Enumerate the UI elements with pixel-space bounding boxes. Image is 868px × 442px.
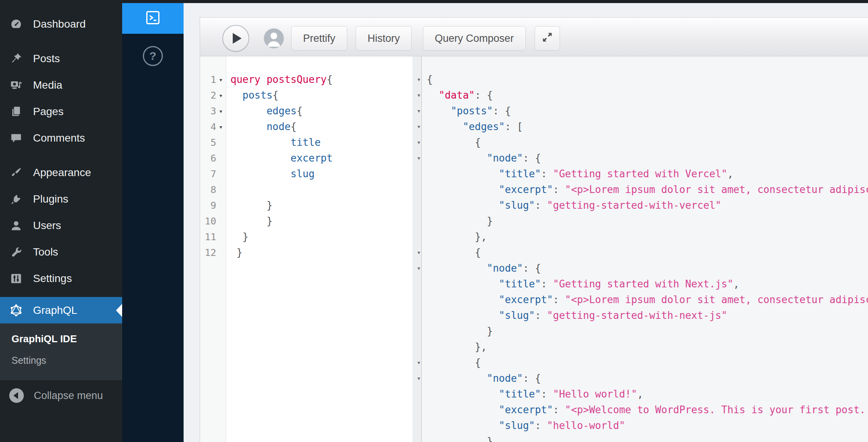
sidebar-item-tools[interactable]: Tools [0, 239, 122, 265]
result-fold-spacer [412, 386, 421, 402]
graphiql-activity-bar: ? [122, 0, 184, 442]
sidebar-item-graphql[interactable]: GraphQL [0, 297, 122, 323]
result-fold-spacer [412, 276, 421, 292]
query-code-line: } [230, 229, 412, 245]
sidebar-item-label: Appearance [33, 167, 91, 179]
prettify-button[interactable]: Prettify [291, 26, 347, 51]
avatar[interactable] [264, 28, 284, 48]
sidebar-item-posts[interactable]: Posts [0, 45, 122, 72]
history-button[interactable]: History [356, 26, 412, 51]
sidebar-item-label: Pages [33, 106, 63, 118]
submenu-item-label: Settings [12, 355, 46, 366]
submenu-item-graphql-settings[interactable]: Settings [0, 350, 122, 371]
result-json-line: } [427, 434, 868, 442]
fold-toggle-icon[interactable]: ▾ [216, 77, 225, 83]
graphql-submenu: GraphiQL IDE Settings [0, 323, 122, 380]
result-fold-spacer [412, 402, 421, 418]
query-editor[interactable]: query postsQuery{ posts{ edges{ node{ ti… [226, 56, 412, 442]
line-number: 8 [200, 182, 216, 198]
sidebar-item-label: Users [33, 219, 61, 232]
result-fold-toggle-icon[interactable]: ▾ [412, 150, 421, 166]
query-code-line: excerpt [230, 150, 412, 166]
gutter-row: 7 [200, 166, 226, 182]
sidebar-item-label: Media [33, 79, 62, 91]
result-json-line: "excerpt": "<p>Welcome to WordPress. Thi… [427, 402, 868, 418]
result-json-line: "excerpt": "<p>Lorem ipsum dolor sit ame… [427, 182, 868, 198]
result-json-line: "title": "Getting started with Vercel", [427, 166, 868, 182]
submenu-item-graphiql-ide[interactable]: GraphiQL IDE [0, 328, 122, 350]
gutter-row: 6 [200, 150, 226, 166]
gutter-row: 10 [200, 213, 226, 229]
result-fold-toggle-icon[interactable]: ▾ [412, 355, 421, 371]
sidebar-item-plugins[interactable]: Plugins [0, 186, 122, 212]
graphiql-panes: 1▾2▾3▾4▾56789101112 query postsQuery{ po… [200, 56, 868, 442]
query-code-line: node{ [230, 119, 412, 135]
result-fold-spacer [412, 182, 421, 198]
sidebar-item-media[interactable]: Media [0, 72, 122, 98]
sidebar-item-settings[interactable]: Settings [0, 265, 122, 292]
help-icon: ? [143, 46, 163, 66]
gutter-row: 1▾ [200, 72, 226, 87]
wrench-icon [9, 245, 23, 259]
result-fold-toggle-icon[interactable]: ▾ [412, 103, 421, 119]
result-fold-toggle-icon[interactable]: ▾ [412, 119, 421, 135]
line-number: 10 [200, 213, 216, 229]
sidebar-item-pages[interactable]: Pages [0, 98, 122, 125]
gutter-row: 4▾ [200, 119, 226, 135]
collapse-menu-label: Collapse menu [34, 390, 103, 402]
fold-toggle-icon[interactable]: ▾ [216, 108, 225, 114]
result-fold-toggle-icon[interactable]: ▾ [412, 87, 421, 103]
sidebar-item-label: Posts [33, 53, 60, 65]
result-json-line: "excerpt": "<p>Lorem ipsum dolor sit ame… [427, 292, 868, 308]
result-fold-spacer [412, 166, 421, 182]
result-json-line: "data": { [427, 87, 868, 103]
query-composer-button[interactable]: Query Composer [423, 26, 526, 51]
paintbrush-icon [9, 166, 23, 180]
fullscreen-expand-icon [541, 31, 554, 46]
sidebar-item-comments[interactable]: Comments [0, 125, 122, 151]
result-fold-toggle-icon[interactable]: ▾ [412, 371, 421, 386]
collapse-menu-button[interactable]: Collapse menu [0, 384, 122, 407]
result-fold-spacer [412, 229, 421, 245]
help-button[interactable]: ? [122, 45, 184, 67]
result-fold-toggle-icon[interactable]: ▾ [412, 261, 421, 276]
graphiql-toolbar: Prettify History Query Composer [200, 18, 868, 56]
graphiql-ide-tab-button[interactable] [122, 3, 184, 34]
result-json-line: "slug": "hello-world" [427, 418, 868, 434]
sidebar-item-label: Dashboard [33, 18, 86, 30]
pushpin-icon [9, 52, 23, 66]
result-json-line: "edges": [ [427, 119, 868, 135]
submenu-item-label: GraphiQL IDE [12, 333, 77, 345]
query-code-line: } [230, 213, 412, 229]
result-fold-spacer [412, 418, 421, 434]
sidebar-item-label: Comments [33, 132, 85, 144]
sidebar-item-users[interactable]: Users [0, 212, 122, 239]
result-json-line: "node": { [427, 261, 868, 276]
wp-admin-sidebar: Dashboard Posts Media Pages Comments [0, 0, 122, 442]
sliders-icon [9, 272, 23, 285]
fullscreen-button[interactable] [535, 26, 560, 51]
sidebar-item-dashboard[interactable]: Dashboard [0, 11, 122, 37]
result-fold-toggle-icon[interactable]: ▾ [412, 245, 421, 261]
plug-icon [9, 192, 23, 206]
result-json-line: { [427, 72, 868, 87]
result-json-line: }, [427, 229, 868, 245]
result-json-line: "node": { [427, 150, 868, 166]
sidebar-item-appearance[interactable]: Appearance [0, 159, 122, 186]
result-fold-spacer [412, 292, 421, 308]
line-number: 1 [200, 72, 216, 87]
result-fold-toggle-icon[interactable]: ▾ [412, 135, 421, 150]
result-fold-toggle-icon[interactable]: ▾ [412, 72, 421, 87]
line-number: 9 [200, 198, 216, 213]
result-json-line: "posts": { [427, 103, 868, 119]
line-number: 6 [200, 150, 216, 166]
execute-query-button[interactable] [222, 25, 249, 52]
fold-toggle-icon[interactable]: ▾ [216, 124, 225, 130]
fold-toggle-icon[interactable]: ▾ [216, 92, 225, 99]
result-json-line: "title": "Hello world!", [427, 386, 868, 402]
result-viewer: { "data": { "posts": { "edges": [ { "nod… [422, 56, 868, 442]
result-fold-gutter: ▾▾▾▾▾▾▾▾▾▾ [412, 56, 422, 442]
result-json-line: } [427, 213, 868, 229]
query-code-line: edges{ [230, 103, 412, 119]
wp-admin-menu: Dashboard Posts Media Pages Comments [0, 0, 122, 407]
